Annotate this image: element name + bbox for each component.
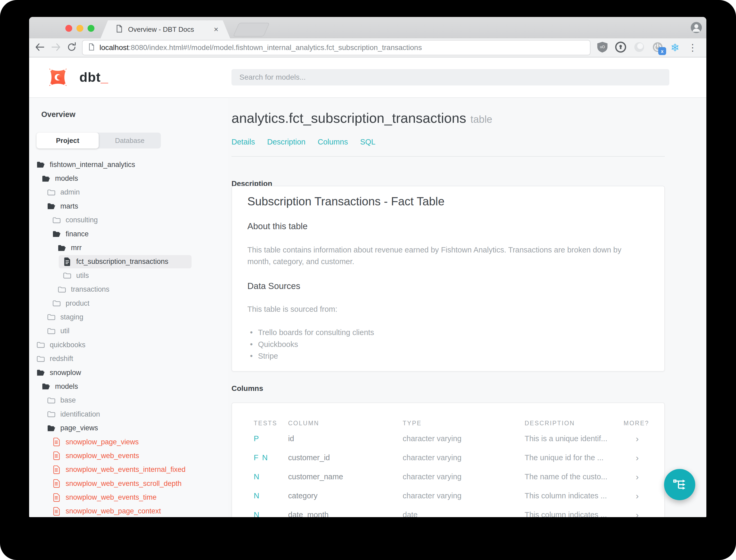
tree-item-label: transactions: [71, 285, 110, 293]
cell-tests: N: [254, 491, 288, 500]
proxy-power-icon[interactable]: x: [652, 41, 663, 54]
tree-item[interactable]: transactions: [29, 283, 228, 296]
dbt-logo[interactable]: dbt_: [46, 65, 109, 90]
tree-item[interactable]: util: [29, 324, 228, 338]
tree-item[interactable]: fct_subscription_transactions: [29, 255, 228, 269]
model-file-icon: [63, 258, 71, 266]
folder-icon: [47, 327, 56, 335]
url-bar[interactable]: localhost:8080/index.html#!/model/model.…: [82, 40, 590, 55]
sidebar-title[interactable]: Overview: [41, 110, 228, 119]
section-nav-link[interactable]: Description: [267, 138, 306, 146]
tree-item-label: snowplow_web_events: [66, 452, 139, 460]
model-file-error-icon: [52, 451, 61, 460]
browser-window: Overview - DBT Docs × localhost:8080/ind…: [29, 17, 706, 517]
tree-item[interactable]: snowplow_web_events_time: [29, 490, 228, 504]
section-nav-link[interactable]: SQL: [360, 138, 375, 146]
tree-item[interactable]: product: [29, 296, 228, 310]
source-list-item: Quickbooks: [247, 338, 649, 350]
browser-tab[interactable]: Overview - DBT Docs ×: [101, 20, 230, 38]
cell-type: character varying: [403, 434, 525, 443]
row-expand-chevron-icon[interactable]: ›: [624, 453, 649, 463]
tree-item[interactable]: utils: [29, 269, 228, 282]
lineage-graph-button[interactable]: [664, 469, 695, 500]
tree-item[interactable]: staging: [29, 310, 228, 324]
tree-item[interactable]: snowplow_page_views: [29, 435, 228, 449]
cell-tests: N: [254, 511, 288, 517]
new-tab-button[interactable]: [233, 23, 270, 37]
tree-item[interactable]: fishtown_internal_analytics: [29, 158, 228, 171]
tab-project[interactable]: Project: [37, 133, 99, 148]
table-row[interactable]: N customer_name character varying The na…: [254, 467, 649, 486]
forward-button[interactable]: [51, 43, 61, 53]
section-nav-link[interactable]: Details: [232, 138, 255, 146]
tree-item[interactable]: finance: [29, 227, 228, 241]
row-expand-chevron-icon[interactable]: ›: [624, 510, 649, 517]
model-file-error-icon: [52, 466, 61, 474]
section-nav-link[interactable]: Columns: [318, 138, 348, 146]
tree-item[interactable]: snowplow: [29, 366, 228, 380]
tree-item-label: staging: [60, 313, 83, 321]
tree-item[interactable]: models: [29, 380, 228, 393]
folder-open-icon: [58, 244, 66, 252]
tree-item[interactable]: snowplow_web_events_scroll_depth: [29, 477, 228, 490]
sidebar: Overview Project Database: [29, 98, 228, 517]
tree-item[interactable]: models: [29, 171, 228, 185]
search-input[interactable]: [232, 69, 669, 85]
profile-avatar[interactable]: [690, 22, 702, 34]
opera-extension-icon[interactable]: [633, 41, 645, 54]
tab-database[interactable]: Database: [99, 133, 161, 148]
source-list-item: Trello boards for consulting clients: [247, 327, 649, 338]
cell-description: The unique id for the ...: [525, 453, 624, 462]
tree-item[interactable]: identification: [29, 407, 228, 421]
row-expand-chevron-icon[interactable]: ›: [624, 472, 649, 482]
cell-type: character varying: [403, 453, 525, 462]
doc-about-paragraph: This table contains information about re…: [247, 244, 634, 267]
cell-tests: F N: [254, 453, 288, 462]
cell-type: character varying: [403, 472, 525, 481]
window-close-button[interactable]: [65, 25, 72, 32]
window-minimize-button[interactable]: [76, 25, 83, 32]
tree-item[interactable]: admin: [29, 186, 228, 199]
tree-item[interactable]: page_views: [29, 421, 228, 435]
onepassword-icon[interactable]: [615, 41, 626, 54]
doc-sources-paragraph: This table is sourced from:: [247, 303, 634, 315]
tree-item[interactable]: quickbooks: [29, 338, 228, 352]
folder-open-icon: [37, 160, 45, 169]
tree-item[interactable]: marts: [29, 199, 228, 213]
tree-item[interactable]: mrr: [29, 241, 228, 255]
table-row[interactable]: P id character varying This is a unique …: [254, 429, 649, 448]
page-icon: [88, 43, 95, 52]
columns-section-label: Columns: [232, 384, 263, 393]
folder-open-icon: [37, 368, 45, 377]
tree-item[interactable]: base: [29, 394, 228, 407]
tree-item[interactable]: redshift: [29, 352, 228, 365]
tree-item[interactable]: snowplow_web_events_internal_fixed: [29, 463, 228, 477]
tree-item-label: identification: [60, 410, 100, 418]
back-button[interactable]: [35, 43, 45, 53]
browser-menu-icon[interactable]: ⋮: [686, 43, 699, 52]
section-nav: DetailsDescriptionColumnsSQL: [232, 138, 375, 146]
table-row[interactable]: F N customer_id character varying The un…: [254, 448, 649, 467]
tree-item-label: snowplow_web_page_context: [66, 507, 161, 515]
app-header: dbt_: [29, 57, 706, 98]
table-row[interactable]: N category character varying This column…: [254, 486, 649, 505]
ublock-origin-icon[interactable]: uO: [597, 41, 608, 54]
tree-item[interactable]: snowplow_web_page_context: [29, 504, 228, 517]
snowflake-icon[interactable]: ❄: [670, 42, 679, 53]
page-title: analytics.fct_subscription_transactionst…: [232, 110, 492, 126]
tab-close-icon[interactable]: ×: [214, 25, 219, 33]
folder-icon: [52, 299, 61, 308]
tree-item-label: models: [55, 174, 78, 183]
lineage-icon: [672, 477, 687, 492]
window-zoom-button[interactable]: [88, 25, 94, 32]
table-row[interactable]: N date_month date This column indicates …: [254, 505, 649, 517]
model-file-error-icon: [52, 438, 61, 446]
model-file-error-icon: [52, 479, 61, 488]
reload-button[interactable]: [67, 42, 77, 53]
tree-item[interactable]: consulting: [29, 213, 228, 227]
row-expand-chevron-icon[interactable]: ›: [624, 491, 649, 501]
source-toggle: Project Database: [37, 133, 161, 148]
cell-type: date: [403, 511, 525, 517]
tree-item[interactable]: snowplow_web_events: [29, 449, 228, 463]
row-expand-chevron-icon[interactable]: ›: [624, 433, 649, 444]
